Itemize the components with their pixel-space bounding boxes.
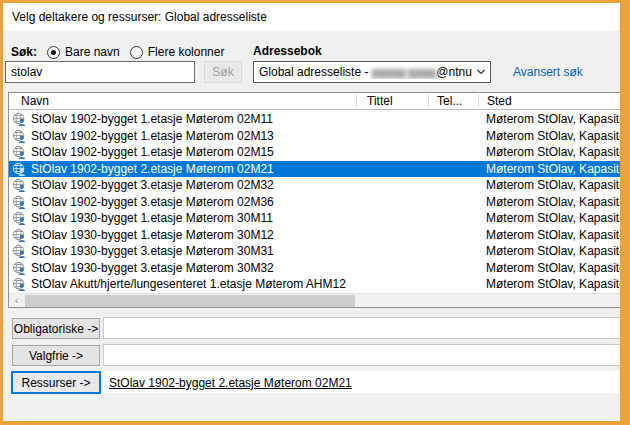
column-divider[interactable]: [428, 95, 429, 107]
search-input[interactable]: [5, 61, 195, 83]
room-resource-icon: [12, 261, 26, 275]
column-header-tel[interactable]: Tel...: [437, 93, 462, 110]
room-location: Møterom StOlav, Kapasitet 12, NT: [486, 243, 620, 260]
column-divider[interactable]: [356, 95, 357, 107]
room-name: StOlav 1930-bygget 3.etasje Møterom 30M3…: [31, 261, 274, 275]
select-attendees-dialog: Velg deltakere og ressurser: Global adre…: [3, 3, 620, 421]
room-resource-icon: [12, 277, 26, 291]
room-resource-icon: [12, 195, 26, 209]
room-name: StOlav 1930-bygget 1.etasje Møterom 30M1…: [31, 228, 274, 242]
list-item[interactable]: StOlav 1930-bygget 3.etasje Møterom 30M3…: [9, 260, 620, 277]
censored-email: ██████ █████: [372, 69, 437, 78]
required-attendees-field[interactable]: [103, 317, 620, 339]
room-location: Møterom StOlav, Kapasitet 30, Ko: [486, 276, 620, 293]
room-location: Møterom StOlav, Kapasitet 14, Fla: [486, 177, 620, 194]
room-resource-icon: [12, 145, 26, 159]
room-location: Møterom StOlav, Kapasitet 12, NT: [486, 260, 620, 277]
scrollbar-thumb[interactable]: [25, 295, 355, 307]
room-location: Møterom StOlav, Kapasitet 32, NT: [486, 210, 620, 227]
room-resource-icon: [12, 228, 26, 242]
room-location: Møterom StOlav, Kapasitet 8, StO: [486, 194, 620, 211]
list-header: Navn Tittel Tel... Sted: [9, 93, 620, 110]
optional-attendees-button[interactable]: Valgfrie ->: [12, 345, 100, 366]
radio-flere-kolonner-label: Flere kolonner: [148, 45, 225, 59]
list-item[interactable]: StOlav 1902-bygget 1.etasje Møterom 02M1…: [9, 144, 620, 161]
resources-button[interactable]: Ressurser ->: [11, 371, 101, 394]
room-resource-icon: [12, 112, 26, 126]
room-resource-icon: [12, 129, 26, 143]
list-item[interactable]: StOlav Akutt/hjerte/lungesenteret 1.etas…: [9, 276, 620, 293]
radio-bare-navn-label: Bare navn: [65, 45, 120, 59]
required-attendees-button[interactable]: Obligatoriske ->: [12, 318, 100, 339]
room-name: StOlav 1902-bygget 1.etasje Møterom 02M1…: [31, 129, 274, 143]
dialog-title: Velg deltakere og ressurser: Global adre…: [3, 3, 620, 31]
address-list: Navn Tittel Tel... Sted StOlav 1902-bygg…: [8, 92, 620, 308]
room-location: Møterom StOlav, Kapasitet 40, Ko: [486, 111, 620, 128]
scroll-left-arrow-icon[interactable]: ‹: [9, 294, 24, 308]
list-item[interactable]: StOlav 1930-bygget 3.etasje Møterom 30M3…: [9, 243, 620, 260]
room-location: Møterom StOlav, Kapasitet 10, Fla: [486, 144, 620, 161]
room-name: StOlav 1902-bygget 1.etasje Møterom 02M1…: [31, 145, 274, 159]
addressbook-selected-value: Global adresseliste - ██████ █████@ntnu.…: [259, 65, 472, 79]
list-item[interactable]: StOlav 1902-bygget 3.etasje Møterom 02M3…: [9, 194, 620, 211]
search-button[interactable]: Søk: [204, 61, 242, 83]
room-name: StOlav Akutt/hjerte/lungesenteret 1.etas…: [31, 277, 346, 291]
list-item[interactable]: StOlav 1902-bygget 3.etasje Møterom 02M3…: [9, 177, 620, 194]
horizontal-scrollbar[interactable]: ‹: [9, 293, 620, 307]
room-name: StOlav 1930-bygget 3.etasje Møterom 30M3…: [31, 244, 274, 258]
radio-flere-kolonner[interactable]: Flere kolonner: [130, 45, 225, 59]
list-item[interactable]: StOlav 1902-bygget 1.etasje Møterom 02M1…: [9, 111, 620, 128]
addressbook-dropdown[interactable]: Global adresseliste - ██████ █████@ntnu.…: [253, 61, 491, 83]
addressbook-label: Adressebok: [253, 44, 322, 58]
room-resource-icon: [12, 244, 26, 258]
list-item[interactable]: StOlav 1902-bygget 1.etasje Møterom 02M1…: [9, 128, 620, 145]
optional-attendees-field[interactable]: [103, 344, 620, 366]
capture-frame: Velg deltakere og ressurser: Global adre…: [0, 0, 630, 425]
room-resource-icon: [12, 162, 26, 176]
room-location: Møterom StOlav, Kapasitet 6, Kon: [486, 161, 620, 178]
column-header-sted[interactable]: Sted: [487, 93, 512, 110]
room-location: Møterom StOlav, Kapasitet 20, NT: [486, 227, 620, 244]
room-name: StOlav 1902-bygget 1.etasje Møterom 02M1…: [31, 112, 273, 126]
search-options-row: Søk: Bare navn Flere kolonner Adressebok: [11, 44, 620, 60]
resource-entry-link[interactable]: StOlav 1902-bygget 2.etasje Møterom 02M2…: [109, 376, 352, 390]
radio-selected-icon[interactable]: [47, 46, 60, 59]
chevron-down-icon[interactable]: [474, 65, 488, 79]
column-divider[interactable]: [478, 95, 479, 107]
room-location: Møterom StOlav, Kapasitet 12, Fla: [486, 128, 620, 145]
room-name: StOlav 1902-bygget 2.etasje Møterom 02M2…: [31, 162, 274, 176]
column-header-navn[interactable]: Navn: [21, 93, 49, 110]
room-name: StOlav 1902-bygget 3.etasje Møterom 02M3…: [31, 195, 274, 209]
room-name: StOlav 1902-bygget 3.etasje Møterom 02M3…: [31, 178, 274, 192]
list-item[interactable]: StOlav 1930-bygget 1.etasje Møterom 30M1…: [9, 227, 620, 244]
radio-bare-navn[interactable]: Bare navn: [47, 45, 120, 59]
search-label: Søk:: [11, 45, 37, 59]
list-rows: StOlav 1902-bygget 1.etasje Møterom 02M1…: [9, 111, 620, 307]
resources-field[interactable]: StOlav 1902-bygget 2.etasje Møterom 02M2…: [103, 371, 620, 393]
room-resource-icon: [12, 178, 26, 192]
radio-unselected-icon[interactable]: [130, 46, 143, 59]
room-name: StOlav 1930-bygget 1.etasje Møterom 30M1…: [31, 211, 273, 225]
advanced-search-link[interactable]: Avansert søk: [513, 65, 583, 79]
column-header-tittel[interactable]: Tittel: [367, 93, 393, 110]
room-resource-icon: [12, 211, 26, 225]
list-item[interactable]: StOlav 1930-bygget 1.etasje Møterom 30M1…: [9, 210, 620, 227]
list-item[interactable]: StOlav 1902-bygget 2.etasje Møterom 02M2…: [9, 161, 620, 178]
